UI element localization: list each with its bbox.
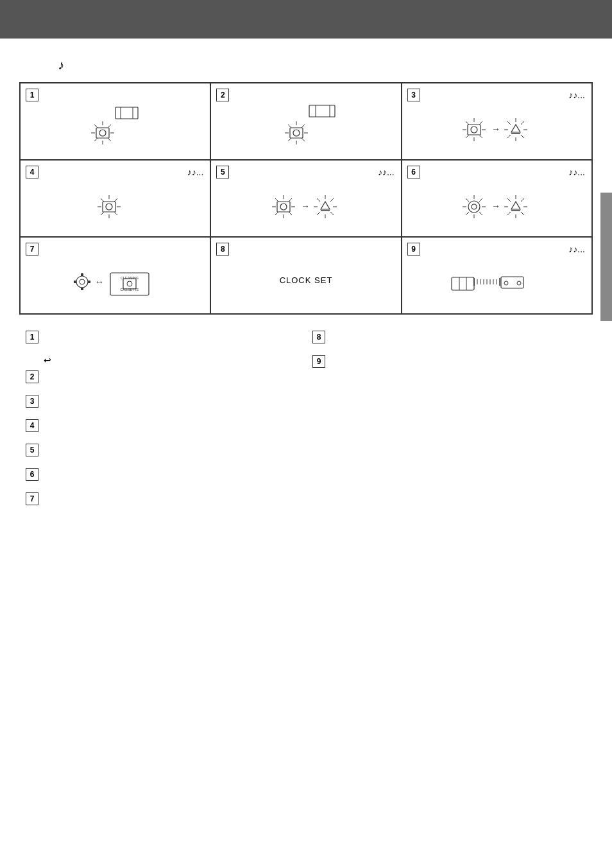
svg-line-84 — [466, 212, 469, 215]
svg-point-66 — [280, 204, 287, 210]
svg-point-35 — [471, 126, 477, 133]
svg-rect-13 — [309, 105, 335, 117]
svg-marker-76 — [321, 202, 330, 209]
svg-rect-0 — [115, 107, 138, 119]
svg-point-12 — [99, 130, 106, 136]
desc-num-2: 2 — [26, 370, 38, 383]
svg-point-100 — [80, 279, 85, 284]
cell-4-music: ♪♪... — [187, 167, 204, 177]
cell-2-content — [217, 100, 394, 153]
svg-line-63 — [275, 212, 278, 215]
desc-num-5: 5 — [26, 444, 38, 456]
svg-line-43 — [507, 135, 511, 138]
svg-line-44 — [521, 135, 524, 138]
svg-line-8 — [108, 125, 111, 128]
svg-line-74 — [317, 212, 320, 215]
svg-line-22 — [288, 138, 291, 141]
cell-1-svg — [77, 104, 154, 149]
cell-number-7: 7 — [26, 243, 38, 256]
svg-line-21 — [302, 125, 305, 128]
svg-line-32 — [466, 135, 469, 138]
svg-line-73 — [330, 198, 334, 202]
svg-line-95 — [507, 212, 511, 215]
cell-number-6: 6 — [407, 166, 420, 178]
desc-item-2: 2 — [26, 370, 300, 383]
svg-point-126 — [517, 281, 521, 285]
svg-point-109 — [127, 281, 132, 286]
svg-line-93 — [507, 198, 511, 202]
svg-line-82 — [466, 198, 469, 202]
main-content: ♪ 1 — [0, 39, 612, 530]
svg-line-41 — [507, 121, 511, 125]
svg-text:→: → — [301, 201, 310, 211]
desc-num-4: 4 — [26, 419, 38, 432]
svg-text:→: → — [491, 124, 500, 134]
cell-3-content: → — [409, 100, 585, 153]
svg-line-94 — [521, 198, 524, 202]
cell-5-music: ♪♪... — [378, 167, 395, 177]
cell-8-content: CLOCK SET — [217, 254, 394, 307]
diagram-cell-2: 2 — [210, 83, 401, 160]
svg-rect-11 — [96, 128, 109, 138]
desc-num-9: 9 — [312, 355, 325, 368]
diagram-cell-9: 9 ♪♪... — [402, 237, 592, 314]
desc-num-8: 8 — [312, 331, 325, 343]
desc-num-3: 3 — [26, 395, 38, 408]
desc-item-5: 5 — [26, 444, 300, 456]
svg-line-54 — [114, 212, 117, 215]
diagram-cell-8: 8 CLOCK SET — [210, 237, 401, 314]
diagram-cell-1: 1 — [20, 83, 210, 160]
svg-rect-65 — [277, 202, 290, 212]
svg-text:→: → — [491, 201, 500, 211]
cell-7-svg: ↔ CLEANING CASSETTE — [64, 255, 167, 306]
cell-5-svg: → — [261, 181, 351, 226]
desc-column-left: 1 ↩ 2 3 4 5 6 — [19, 331, 306, 517]
svg-rect-112 — [452, 277, 474, 290]
svg-line-75 — [330, 212, 334, 215]
svg-line-83 — [479, 198, 482, 202]
svg-marker-97 — [511, 202, 520, 209]
svg-rect-102 — [81, 288, 83, 290]
svg-point-56 — [106, 204, 112, 210]
svg-line-62 — [289, 198, 292, 202]
desc-column-right: 8 9 — [306, 331, 593, 517]
desc-item-1: 1 — [26, 331, 300, 343]
svg-line-53 — [101, 212, 104, 215]
cell-2-svg — [268, 104, 344, 149]
cell-number-1: 1 — [26, 89, 38, 101]
svg-line-31 — [479, 121, 482, 125]
cell-9-music: ♪♪... — [568, 244, 585, 254]
diagram-cell-4: 4 ♪♪... — [20, 160, 210, 237]
cell-3-svg: → — [452, 104, 541, 149]
svg-rect-24 — [290, 128, 303, 138]
cell-number-9: 9 — [407, 243, 420, 256]
desc-num-6: 6 — [26, 468, 38, 481]
svg-rect-104 — [88, 281, 90, 283]
svg-line-51 — [101, 198, 104, 202]
svg-line-52 — [114, 198, 117, 202]
cell-number-8: 8 — [216, 243, 229, 256]
desc-item-8: 8 — [312, 331, 586, 343]
cell-number-2: 2 — [216, 89, 229, 101]
desc-num-1: 1 — [26, 331, 38, 343]
svg-point-25 — [293, 130, 300, 136]
svg-line-33 — [479, 135, 482, 138]
cell-3-music: ♪♪... — [568, 90, 585, 100]
desc-item-7: 7 — [26, 492, 300, 505]
svg-point-125 — [504, 281, 508, 285]
cell-number-4: 4 — [26, 166, 38, 178]
svg-line-10 — [108, 138, 111, 141]
svg-text:CASSETTE: CASSETTE — [120, 288, 139, 291]
diagram-cell-3: 3 ♪♪... — [402, 83, 592, 160]
cell-5-content: → — [217, 177, 394, 230]
svg-rect-34 — [468, 125, 480, 135]
right-sidebar — [600, 193, 612, 321]
cell-6-svg: → — [452, 181, 541, 226]
clock-set-label: CLOCK SET — [280, 275, 333, 285]
svg-text:↔: ↔ — [95, 277, 104, 287]
svg-text:CLEANING: CLEANING — [121, 276, 139, 280]
header-bar — [0, 0, 612, 39]
svg-point-87 — [472, 204, 477, 209]
svg-rect-103 — [74, 281, 76, 283]
svg-line-20 — [288, 125, 291, 128]
